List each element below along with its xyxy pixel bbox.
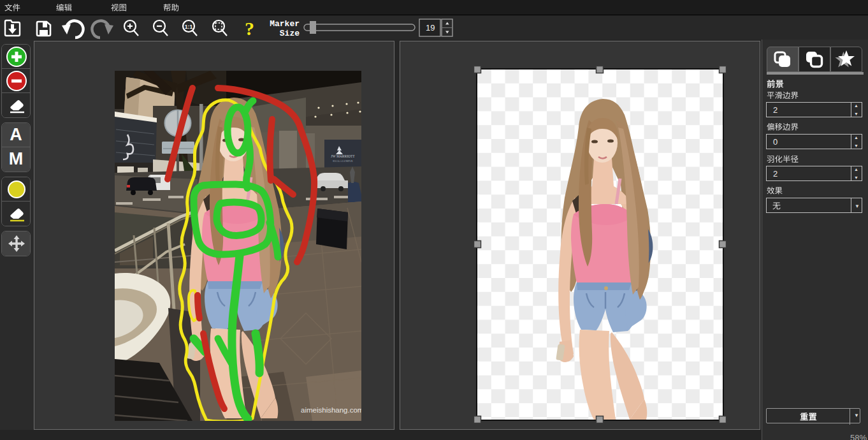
svg-text:19: 19 [426, 23, 435, 33]
svg-text:Marker: Marker [270, 19, 300, 29]
svg-text:KUALA LUMPUR: KUALA LUMPUR [333, 159, 353, 163]
svg-text:aimeishishang.com: aimeishishang.com [301, 406, 361, 414]
svg-text:Size: Size [280, 29, 300, 38]
svg-text:?: ? [245, 18, 254, 39]
svg-text:1:1: 1:1 [185, 24, 193, 30]
svg-text:JW MARRIOTT: JW MARRIOTT [331, 154, 355, 158]
